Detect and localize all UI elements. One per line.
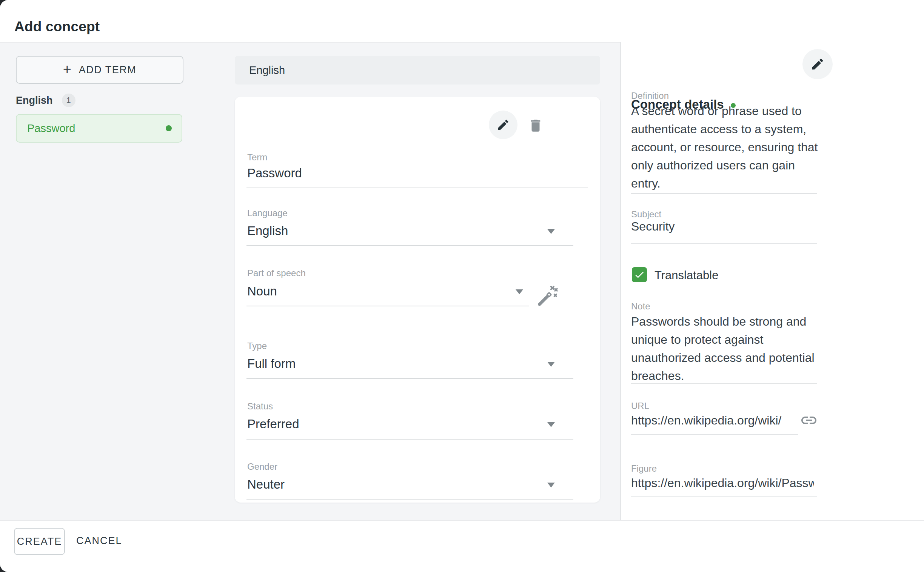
note-field-value[interactable]: Passwords should be strong and unique to… bbox=[631, 312, 822, 385]
url-field-label: URL bbox=[631, 401, 649, 411]
editor-language-header-label: English bbox=[249, 64, 285, 76]
note-line: breaches. bbox=[631, 367, 822, 385]
gender-field-underline bbox=[246, 499, 573, 500]
language-group-label: English bbox=[16, 95, 53, 106]
definition-line: A secret word or phrase used to bbox=[631, 102, 822, 120]
type-field-label: Type bbox=[247, 341, 267, 351]
dialog-header: Add concept bbox=[0, 0, 924, 43]
url-field-underline bbox=[631, 434, 798, 435]
gender-field-label: Gender bbox=[247, 462, 277, 472]
magic-wand-icon bbox=[537, 284, 558, 307]
note-line: Passwords should be strong and bbox=[631, 312, 822, 331]
add-concept-dialog: Add concept + ADD TERM English 1 Passwor… bbox=[0, 0, 924, 572]
subject-field-value[interactable]: Security bbox=[631, 218, 675, 235]
part-of-speech-field-label: Part of speech bbox=[247, 268, 306, 278]
language-field-value[interactable]: English bbox=[247, 224, 288, 238]
language-dropdown-arrow-icon[interactable] bbox=[547, 229, 555, 234]
dialog-title: Add concept bbox=[14, 19, 100, 35]
app-root: Add concept + ADD TERM English 1 Passwor… bbox=[0, 0, 924, 572]
part-of-speech-field-underline bbox=[246, 306, 529, 306]
term-field-underline bbox=[246, 188, 588, 188]
definition-field-underline bbox=[631, 193, 817, 194]
status-field-underline bbox=[246, 439, 573, 440]
dialog-footer: CREATE CANCEL bbox=[0, 520, 924, 572]
gender-field-value[interactable]: Neuter bbox=[247, 477, 285, 492]
trash-icon bbox=[528, 118, 543, 134]
type-dropdown-arrow-icon[interactable] bbox=[547, 362, 555, 367]
create-button[interactable]: CREATE bbox=[14, 528, 65, 555]
language-group-header: English 1 bbox=[16, 93, 76, 107]
term-field-label: Term bbox=[247, 152, 267, 163]
translatable-checkbox[interactable] bbox=[632, 267, 647, 282]
add-term-label: ADD TERM bbox=[79, 64, 137, 76]
editor-language-header: English bbox=[235, 56, 600, 84]
translatable-label: Translatable bbox=[655, 269, 718, 282]
definition-field-label: Definition bbox=[631, 90, 669, 101]
term-status-dot-icon bbox=[166, 125, 172, 131]
subject-field-underline bbox=[631, 243, 817, 244]
figure-field-underline bbox=[631, 496, 817, 497]
delete-term-button[interactable] bbox=[527, 117, 544, 134]
add-term-button[interactable]: + ADD TERM bbox=[16, 56, 184, 84]
term-list-item-password[interactable]: Password bbox=[16, 114, 182, 143]
note-line: unauthorized access and potential bbox=[631, 349, 822, 367]
definition-line: authenticate access to a system, bbox=[631, 120, 822, 138]
open-url-button[interactable] bbox=[799, 410, 819, 430]
pencil-icon bbox=[810, 57, 825, 72]
edit-concept-details-button[interactable] bbox=[803, 49, 833, 79]
link-icon bbox=[800, 411, 818, 429]
status-field-label: Status bbox=[247, 401, 273, 412]
figure-field-value[interactable]: https://en.wikipedia.org/wiki/Passwo bbox=[631, 475, 814, 491]
note-field-label: Note bbox=[631, 301, 650, 312]
gender-dropdown-arrow-icon[interactable] bbox=[547, 483, 555, 488]
type-field-underline bbox=[246, 378, 573, 379]
language-field-underline bbox=[246, 245, 573, 246]
definition-line: only authorized users can gain bbox=[631, 156, 822, 174]
term-field-value[interactable]: Password bbox=[247, 166, 302, 180]
note-field-underline bbox=[631, 383, 817, 384]
part-of-speech-field-value[interactable]: Noun bbox=[247, 284, 277, 298]
term-count-badge: 1 bbox=[62, 93, 76, 107]
status-dropdown-arrow-icon[interactable] bbox=[547, 422, 555, 427]
concept-details-panel: Concept details Definition A secret word… bbox=[620, 42, 924, 520]
definition-line: entry. bbox=[631, 174, 822, 193]
auto-detect-part-of-speech-button[interactable] bbox=[537, 284, 558, 307]
definition-field-value[interactable]: A secret word or phrase used to authenti… bbox=[631, 102, 822, 193]
edit-term-button[interactable] bbox=[489, 110, 518, 139]
term-editor-card: Term Password Language English Part of s… bbox=[235, 96, 600, 502]
cancel-button[interactable]: CANCEL bbox=[70, 528, 128, 553]
language-field-label: Language bbox=[247, 208, 288, 218]
type-field-value[interactable]: Full form bbox=[247, 357, 296, 371]
url-field-value[interactable]: https://en.wikipedia.org/wiki/ bbox=[631, 412, 781, 429]
term-item-label: Password bbox=[27, 122, 75, 135]
pencil-icon bbox=[496, 118, 510, 132]
definition-line: account, or resource, ensuring that bbox=[631, 138, 822, 156]
note-line: unique to protect against bbox=[631, 331, 822, 349]
plus-icon: + bbox=[63, 62, 72, 76]
figure-field-label: Figure bbox=[631, 463, 657, 474]
status-field-value[interactable]: Preferred bbox=[247, 417, 299, 431]
checkmark-icon bbox=[634, 269, 645, 280]
part-of-speech-dropdown-arrow-icon[interactable] bbox=[516, 289, 523, 294]
